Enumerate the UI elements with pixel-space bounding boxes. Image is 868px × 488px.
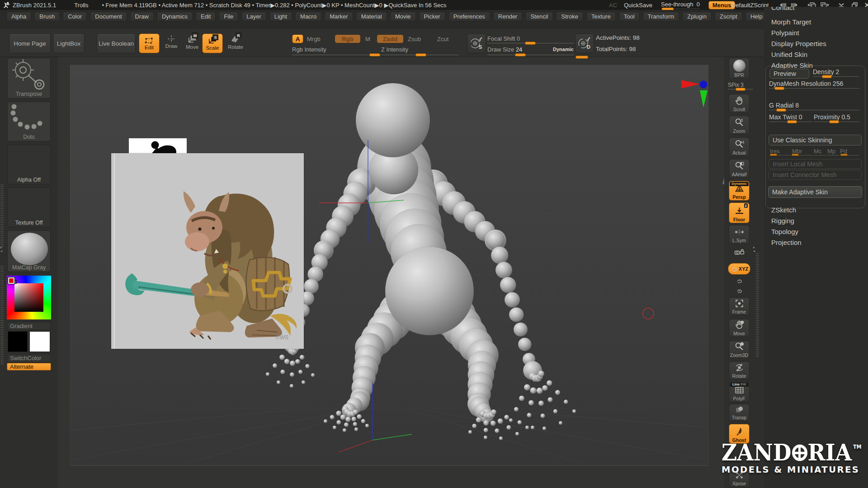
shelf-z-button[interactable]: Z xyxy=(729,286,750,296)
shelf-actual-button[interactable]: x1Actual xyxy=(729,137,750,156)
dynamesh-resolution-slider[interactable]: DynaMesh Resolution 256 xyxy=(769,80,859,89)
menu-tool[interactable]: Tool xyxy=(619,12,640,21)
shelf-persp-button[interactable]: DynamicPersp xyxy=(729,181,750,201)
menu-dynamics[interactable]: Dynamics xyxy=(157,12,193,21)
shelf-collapse-arrows-icon[interactable]: ▸◂ xyxy=(0,246,2,253)
max-twist-slider[interactable]: Max Twist 0 xyxy=(769,113,812,122)
shelf-camera-lock-icon-button[interactable] xyxy=(729,246,750,262)
shelf-move-button[interactable]: Move xyxy=(729,319,750,337)
shelf-bpr-button[interactable]: BPR xyxy=(729,58,750,79)
shelf-polyf-button[interactable]: Line FillPolyF xyxy=(729,381,750,402)
switch-color-button[interactable]: SwitchColor xyxy=(7,354,51,362)
quicksave-button[interactable]: QuickSave xyxy=(624,2,652,9)
shelf-spix-3-button[interactable]: SPix 3 xyxy=(728,80,753,92)
see-through-slider[interactable]: See-through 0 xyxy=(661,1,700,9)
shelf-aahalf-button[interactable]: AAHalf xyxy=(729,159,750,178)
mrgb-toggle[interactable]: Mrgb xyxy=(307,36,321,42)
focal-shift-slider[interactable]: Focal Shift 0 xyxy=(487,34,574,43)
left-edge-scrollbar[interactable] xyxy=(0,183,4,247)
transpose-tile[interactable]: Transpose xyxy=(7,58,51,99)
texture-off-tile[interactable]: Texture Off xyxy=(7,188,51,227)
right-edge-scrollbar[interactable] xyxy=(756,253,759,357)
material-a-toggle[interactable]: A xyxy=(292,34,303,43)
stroke-dots-tile[interactable]: Dots xyxy=(7,102,51,141)
mp-mini-toggle[interactable]: Mp xyxy=(827,148,835,155)
lightbox-button[interactable]: LightBox xyxy=(53,33,85,53)
menu-file[interactable]: File xyxy=(219,12,238,21)
document-canvas[interactable]: ©WS ▲▼ xyxy=(58,57,724,488)
shelf-transp-button[interactable]: Transp xyxy=(729,404,750,421)
z-intensity-slider[interactable]: Z Intensity xyxy=(381,45,459,55)
panel-clipped-item[interactable]: Contact xyxy=(771,7,795,12)
menu-layer[interactable]: Layer xyxy=(241,12,266,21)
axis-indicator-icon[interactable] xyxy=(681,80,708,108)
alternate-button[interactable]: Alternate xyxy=(7,363,51,371)
proximity-slider[interactable]: Proximity 0.5 xyxy=(814,113,860,122)
live-boolean-button[interactable]: Live Boolean xyxy=(97,33,136,53)
density-slider[interactable]: Density 2 xyxy=(813,68,859,77)
shelf-rotate-button[interactable]: Rotate xyxy=(729,361,750,380)
menu-zplugin[interactable]: Zplugin xyxy=(682,12,712,21)
menu-color[interactable]: Color xyxy=(63,12,87,21)
menu-movie[interactable]: Movie xyxy=(390,12,416,21)
secondary-color-swatch[interactable] xyxy=(29,331,50,352)
shelf-frame-button[interactable]: Frame xyxy=(729,297,750,315)
menu-material[interactable]: Material xyxy=(356,12,387,21)
main-color-swatch[interactable] xyxy=(8,331,28,352)
rgb-toggle[interactable]: Rgb xyxy=(335,34,361,43)
menu-document[interactable]: Document xyxy=(90,12,127,21)
make-adaptive-skin-button[interactable]: Make Adaptive Skin xyxy=(768,186,862,198)
shelf-y-button[interactable]: Y xyxy=(729,277,750,286)
scale-button[interactable]: S Scale xyxy=(202,33,223,53)
mc-mini-toggle[interactable]: Mc xyxy=(814,148,821,155)
panel-item-display-properties[interactable]: Display Properties xyxy=(771,40,826,47)
dynamic-dial-icon[interactable]: D xyxy=(575,33,594,53)
menu-edit[interactable]: Edit xyxy=(196,12,216,21)
menu-stroke[interactable]: Stroke xyxy=(556,12,583,21)
rgb-intensity-slider[interactable]: Rgb Intensity xyxy=(292,45,385,55)
insert-local-mesh-button[interactable]: Insert Local Mesh xyxy=(769,159,862,169)
menu-alpha[interactable]: Alpha xyxy=(6,12,31,21)
zadd-toggle[interactable]: Zadd xyxy=(377,34,404,43)
shelf-zoom-button[interactable]: Zoom xyxy=(729,116,750,135)
saturation-value-square[interactable] xyxy=(14,283,43,312)
menu-macro[interactable]: Macro xyxy=(295,12,321,21)
right-shelf-collapse-arrows-icon[interactable]: ▸◂ xyxy=(753,246,755,253)
draw-button[interactable]: Draw xyxy=(163,34,180,49)
toolbar-slider-handle[interactable] xyxy=(576,56,588,59)
menu-preferences[interactable]: Preferences xyxy=(448,12,490,21)
menu-brush[interactable]: Brush xyxy=(34,12,60,21)
zsub-toggle[interactable]: Zsub xyxy=(408,36,421,42)
panel-item-morph-target[interactable]: Morph Target xyxy=(771,18,811,26)
edit-button[interactable]: Edit xyxy=(139,33,160,53)
color-picker[interactable] xyxy=(7,276,51,319)
size-dial-icon[interactable]: S xyxy=(467,33,486,53)
zsphere-adaptive-skin-model[interactable] xyxy=(266,83,576,440)
left-edge-scrollbar2[interactable] xyxy=(0,265,4,364)
panel-item-polypaint[interactable]: Polypaint xyxy=(771,29,799,37)
shelf-xyz-button[interactable]: XYZ xyxy=(728,263,750,275)
insert-connector-mesh-button[interactable]: Insert Connector Mesh xyxy=(769,170,862,180)
shelf-zoom3d-button[interactable]: Zoom3D xyxy=(729,341,750,359)
panel-item-rigging[interactable]: Rigging xyxy=(771,217,794,225)
shelf-scroll-button[interactable]: Scroll xyxy=(729,94,750,113)
panel-item-topology[interactable]: Topology xyxy=(771,228,798,235)
panel-item-adaptive-skin[interactable]: Adaptive Skin xyxy=(771,61,813,69)
menu-texture[interactable]: Texture xyxy=(586,12,616,21)
shelf-l-sym-button[interactable]: L.Sym xyxy=(729,225,750,244)
matcap-tile[interactable]: MatCap Gray xyxy=(7,230,51,272)
menu-marker[interactable]: Marker xyxy=(325,12,353,21)
rotate-button[interactable]: R Rotate xyxy=(226,34,245,50)
shelf-floor-button[interactable]: zFloor xyxy=(729,202,750,223)
alpha-off-tile[interactable]: Alpha Off xyxy=(7,145,51,184)
m-toggle[interactable]: M xyxy=(365,36,370,42)
preview-button[interactable]: Preview xyxy=(769,69,809,79)
panel-item-zsketch[interactable]: ZSketch xyxy=(771,206,796,214)
home-page-button[interactable]: Home Page xyxy=(9,33,51,53)
menu-stencil[interactable]: Stencil xyxy=(525,12,553,21)
menu-picker[interactable]: Picker xyxy=(419,12,445,21)
g-radial-slider[interactable]: G Radial 8 xyxy=(769,101,859,110)
menu-transform[interactable]: Transform xyxy=(643,12,679,21)
menu-light[interactable]: Light xyxy=(269,12,292,21)
zcut-toggle[interactable]: Zcut xyxy=(437,36,448,42)
